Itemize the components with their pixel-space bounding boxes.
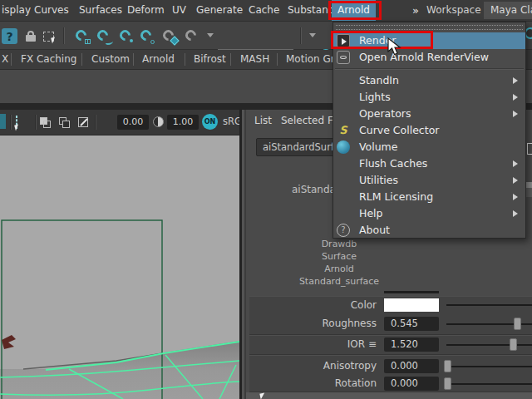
menu-curves[interactable]: Curves bbox=[34, 0, 69, 21]
ior-slider-handle[interactable] bbox=[510, 338, 517, 351]
snap-projected-center-magnet-icon[interactable] bbox=[140, 30, 153, 42]
anisotropy-slider-handle[interactable] bbox=[444, 360, 451, 372]
help-icon[interactable]: ? bbox=[2, 28, 17, 44]
exposure-field[interactable]: 0.00 bbox=[117, 115, 149, 130]
menu-item-curve-collector[interactable]: S Curve Collector bbox=[333, 122, 525, 139]
tab-separator bbox=[277, 53, 278, 66]
ior-field[interactable]: 1.520 bbox=[384, 337, 439, 352]
expand-arrow-icon[interactable] bbox=[259, 392, 265, 399]
viewport-canvas[interactable] bbox=[0, 135, 239, 399]
make-live-magnet-icon[interactable] bbox=[163, 30, 175, 42]
menu-item-help[interactable]: Help bbox=[333, 205, 525, 222]
viewport-toolbar-separator bbox=[35, 115, 37, 130]
submenu-arrow-icon bbox=[513, 194, 518, 200]
menu-item-volume[interactable]: Volume bbox=[333, 139, 525, 155]
ior-label: IOR ≡ bbox=[246, 338, 377, 350]
submenu-arrow-icon bbox=[513, 111, 518, 117]
class-line: Drawdb bbox=[246, 238, 432, 250]
menu-surfaces[interactable]: Surfaces bbox=[79, 0, 122, 21]
main-menu-bar: isplay Curves Surfaces Deform UV Generat… bbox=[0, 0, 532, 22]
menu-item-standin[interactable]: StandIn bbox=[333, 72, 525, 89]
lock-icon[interactable] bbox=[22, 28, 38, 44]
volume-sphere-icon bbox=[337, 140, 350, 154]
menu-item-lights[interactable]: Lights bbox=[333, 89, 525, 106]
menu-separator bbox=[335, 68, 524, 70]
submenu-arrow-icon bbox=[513, 77, 518, 84]
viewport-scene bbox=[0, 135, 239, 399]
marquee-glyph bbox=[43, 32, 54, 42]
menu-display[interactable]: isplay bbox=[2, 0, 31, 21]
menu-generate[interactable]: Generate bbox=[196, 0, 243, 21]
snap-to-curve-magnet-icon[interactable] bbox=[97, 30, 110, 42]
roughness-field[interactable]: 0.545 bbox=[384, 317, 439, 331]
shelf-tab-mash[interactable]: MASH bbox=[240, 50, 269, 69]
submenu-arrow-icon bbox=[513, 177, 518, 184]
menu-uv[interactable]: UV bbox=[172, 0, 186, 21]
menu-item-flush-caches[interactable]: Flush Caches bbox=[333, 155, 525, 172]
maya-application-window: isplay Curves Surfaces Deform UV Generat… bbox=[0, 0, 532, 399]
roughness-label: Roughness bbox=[246, 318, 377, 329]
shelf-tab-custom[interactable]: Custom bbox=[91, 50, 130, 69]
menu-cache[interactable]: Cache bbox=[249, 0, 279, 21]
gamma-field[interactable]: 1.00 bbox=[167, 115, 199, 130]
menu-item-open-arnold-renderview[interactable]: Open Arnold RenderView bbox=[333, 49, 525, 66]
workspace-chevron-icon[interactable]: » bbox=[412, 0, 419, 21]
ae-classification-text: Drawdb Surface Arnold Standard_surface bbox=[246, 238, 432, 288]
mouse-cursor bbox=[387, 37, 401, 57]
viewport-panel-border[interactable] bbox=[239, 110, 246, 399]
shelf-tab-x[interactable]: X bbox=[2, 50, 8, 69]
roughness-slider-handle[interactable] bbox=[514, 318, 521, 330]
color-label: Color bbox=[246, 299, 377, 311]
snap-dropdown-arrow-icon[interactable] bbox=[207, 33, 214, 37]
viewport-toolbar-separator bbox=[95, 115, 96, 130]
tab-separator bbox=[81, 53, 82, 66]
toolbar-separator bbox=[63, 27, 65, 44]
workspace-selector[interactable]: Maya Classic* bbox=[484, 2, 532, 19]
menu-item-rlm-licensing[interactable]: RLM Licensing bbox=[333, 189, 525, 205]
marquee-select-icon[interactable] bbox=[41, 28, 57, 44]
toolbar-separator bbox=[300, 27, 302, 44]
curve-collector-icon: S bbox=[337, 124, 350, 137]
ae-menu-selected[interactable]: Selected bbox=[281, 113, 324, 128]
ior-slider-track[interactable] bbox=[446, 344, 532, 346]
submenu-arrow-icon bbox=[513, 160, 518, 167]
shelf-tab-bifrost[interactable]: Bifrost bbox=[194, 50, 226, 69]
annotation-box-arnold bbox=[328, 1, 382, 20]
submenu-arrow-icon bbox=[513, 94, 518, 101]
color-slider-track[interactable] bbox=[446, 304, 532, 306]
snap-to-point-magnet-icon[interactable] bbox=[120, 30, 132, 42]
menu-item-utilities[interactable]: Utilities bbox=[333, 172, 525, 189]
tab-separator bbox=[133, 53, 134, 66]
gamma-icon[interactable] bbox=[153, 116, 164, 127]
menu-deform[interactable]: Deform bbox=[127, 0, 165, 21]
arnold-dropdown-menu: Render Open Arnold RenderView StandIn Li… bbox=[332, 22, 526, 239]
ae-menu-list[interactable]: List bbox=[254, 113, 272, 128]
rotation-slider-track[interactable] bbox=[446, 383, 532, 385]
scene-object bbox=[2, 335, 16, 349]
plain-magnet-icon[interactable] bbox=[185, 30, 198, 42]
renderview-eye-icon bbox=[337, 51, 350, 64]
submenu-arrow-icon bbox=[513, 210, 518, 217]
shelf-tab-fx-caching[interactable]: FX Caching bbox=[21, 50, 76, 69]
color-management-toggle[interactable]: ON bbox=[202, 114, 218, 130]
toolbar-dropdown-arrow-icon[interactable] bbox=[309, 33, 316, 37]
pen-glyph bbox=[78, 117, 90, 129]
workspace-label: Workspace : bbox=[426, 0, 487, 21]
menu-tearoff-handle[interactable] bbox=[336, 25, 523, 30]
snap-to-grid-magnet-icon[interactable] bbox=[76, 30, 88, 42]
class-line: Arnold bbox=[246, 263, 432, 275]
class-line: Standard_surface bbox=[246, 275, 432, 288]
menu-item-operators[interactable]: Operators bbox=[333, 106, 525, 122]
clipped-button-fragment bbox=[527, 143, 532, 155]
viewport-select-icon[interactable] bbox=[16, 116, 17, 128]
rotation-label: Rotation bbox=[246, 377, 377, 389]
clipped-field-fragment bbox=[384, 291, 439, 293]
menu-item-about[interactable]: ? About bbox=[333, 222, 525, 239]
about-question-icon: ? bbox=[337, 224, 350, 237]
anisotropy-slider-track[interactable] bbox=[446, 366, 532, 367]
rotation-slider-handle[interactable] bbox=[444, 377, 451, 390]
anisotropy-field[interactable]: 0.000 bbox=[384, 359, 439, 373]
color-swatch[interactable] bbox=[384, 298, 439, 312]
shelf-tab-arnold[interactable]: Arnold bbox=[142, 50, 175, 69]
rotation-field[interactable]: 0.000 bbox=[384, 377, 439, 391]
